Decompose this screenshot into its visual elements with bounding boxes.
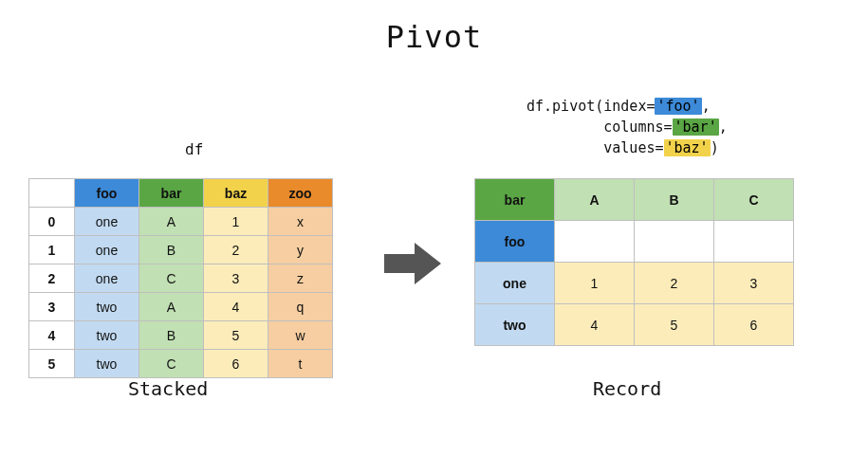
table-row: foo — [475, 221, 794, 263]
col-header-bar: bar — [139, 179, 204, 208]
stacked-corner — [29, 179, 75, 208]
col-header-baz: baz — [204, 179, 268, 208]
cell-bar: B — [139, 236, 204, 264]
col-header-zoo: zoo — [268, 179, 333, 208]
record-col-header: C — [714, 179, 794, 221]
code-hl-foo: 'foo' — [655, 98, 701, 115]
arrow-right-icon — [384, 243, 441, 284]
table-row: one 1 2 3 — [475, 263, 794, 304]
cell-zoo: y — [268, 236, 333, 264]
page-title: Pivot — [0, 19, 868, 55]
table-row: 4 two B 5 w — [29, 321, 333, 350]
record-empty-cell — [635, 221, 714, 263]
record-value: 4 — [555, 304, 635, 346]
row-index: 4 — [29, 321, 75, 350]
cell-foo: one — [75, 264, 139, 293]
table-row: 1 one B 2 y — [29, 236, 333, 264]
record-empty-cell — [555, 221, 635, 263]
table-row: foo bar baz zoo — [29, 179, 333, 208]
row-index: 2 — [29, 264, 75, 293]
row-index: 1 — [29, 236, 75, 264]
table-row: 2 one C 3 z — [29, 264, 333, 293]
stacked-caption: Stacked — [128, 377, 208, 400]
record-foo-header: foo — [475, 221, 555, 263]
code-line3-pre: values= — [526, 139, 664, 156]
svg-marker-0 — [384, 243, 441, 284]
cell-baz: 5 — [204, 321, 268, 350]
cell-zoo: w — [268, 321, 333, 350]
table-row: two 4 5 6 — [475, 304, 794, 346]
cell-foo: two — [75, 321, 139, 350]
record-col-header: B — [635, 179, 714, 221]
table-row: 0 one A 1 x — [29, 208, 333, 236]
cell-zoo: q — [268, 293, 333, 321]
row-index: 0 — [29, 208, 75, 236]
cell-bar: C — [139, 350, 204, 378]
cell-foo: two — [75, 350, 139, 378]
cell-foo: one — [75, 236, 139, 264]
cell-foo: two — [75, 293, 139, 321]
col-header-foo: foo — [75, 179, 139, 208]
stacked-table: foo bar baz zoo 0 one A 1 x 1 one B 2 y … — [28, 178, 333, 378]
record-value: 6 — [714, 304, 794, 346]
record-table: bar A B C foo one 1 2 3 two 4 5 6 — [474, 178, 794, 346]
record-value: 5 — [635, 304, 714, 346]
code-line2-post: , — [719, 118, 728, 136]
table-row: 5 two C 6 t — [29, 350, 333, 378]
code-hl-bar: 'bar' — [673, 118, 719, 136]
row-index: 3 — [29, 293, 75, 321]
cell-baz: 3 — [204, 264, 268, 293]
cell-foo: one — [75, 208, 139, 236]
record-empty-cell — [714, 221, 794, 263]
code-hl-baz: 'baz' — [664, 139, 711, 156]
cell-bar: B — [139, 321, 204, 350]
df-label: df — [185, 140, 203, 158]
pivot-code: df.pivot(index='foo', columns='bar', val… — [526, 97, 728, 158]
code-line2-pre: columns= — [526, 118, 673, 136]
cell-baz: 2 — [204, 236, 268, 264]
cell-bar: A — [139, 293, 204, 321]
code-line3-post: ) — [711, 139, 719, 156]
record-index: one — [475, 263, 555, 304]
code-line1-pre: df.pivot(index= — [526, 98, 655, 115]
record-value: 1 — [555, 263, 635, 304]
cell-zoo: t — [268, 350, 333, 378]
record-col-header: A — [555, 179, 635, 221]
cell-bar: C — [139, 264, 204, 293]
record-value: 2 — [635, 263, 714, 304]
cell-baz: 4 — [204, 293, 268, 321]
table-row: 3 two A 4 q — [29, 293, 333, 321]
table-row: bar A B C — [475, 179, 794, 221]
code-line1-post: , — [702, 98, 711, 115]
cell-baz: 6 — [204, 350, 268, 378]
cell-bar: A — [139, 208, 204, 236]
record-bar-header: bar — [475, 179, 555, 221]
row-index: 5 — [29, 350, 75, 378]
record-value: 3 — [714, 263, 794, 304]
cell-zoo: x — [268, 208, 333, 236]
cell-zoo: z — [268, 264, 333, 293]
cell-baz: 1 — [204, 208, 268, 236]
record-caption: Record — [593, 377, 661, 400]
record-index: two — [475, 304, 555, 346]
